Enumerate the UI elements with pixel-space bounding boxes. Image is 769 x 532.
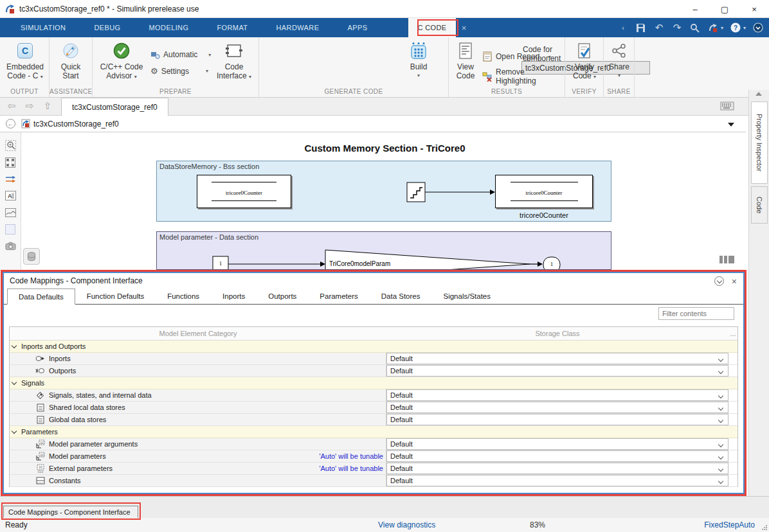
keyboard-icon[interactable]	[720, 102, 734, 111]
table-row-constants[interactable]: Constants Default	[10, 475, 737, 487]
model-canvas[interactable]: Custom Memory Section - TriCore0 DataSto…	[21, 132, 748, 270]
fit-to-view-icon[interactable]	[5, 157, 16, 168]
storage-class-dropdown[interactable]: Default	[386, 463, 728, 474]
collapse-panel-icon[interactable]	[755, 92, 762, 96]
filter-contents-input[interactable]	[658, 307, 734, 320]
breadcrumb-dropdown-icon[interactable]	[728, 123, 734, 127]
tab-function-defaults[interactable]: Function Defaults	[75, 288, 156, 304]
storage-class-dropdown[interactable]: Default	[386, 438, 728, 450]
open-report-dropdown[interactable]: Open Report ▾	[482, 51, 551, 62]
tab-code[interactable]: Code	[751, 186, 768, 224]
data-store-write-block[interactable]: tricore0Counter	[495, 175, 593, 208]
zoom-region-icon[interactable]	[5, 140, 16, 151]
collapse-chevron-icon[interactable]	[12, 429, 17, 434]
storage-class-dropdown[interactable]: Default	[386, 450, 728, 462]
tab-hardware[interactable]: HARDWARE	[262, 18, 333, 37]
group-row-inports-outports[interactable]: Inports and Outports	[10, 341, 737, 353]
model-data-badge-button[interactable]	[23, 248, 40, 265]
table-row-model-parameters[interactable]: 10 Model parameters 'Auto' will be tunab…	[10, 450, 737, 463]
embedded-code-button[interactable]: C Embedded Code - C ▾	[3, 41, 48, 82]
data-store-memory-block[interactable]: tricore0Counter	[197, 175, 291, 208]
tab-close-icon[interactable]: ×	[456, 18, 473, 37]
panel-close-icon[interactable]: ×	[732, 277, 737, 286]
param-section-area[interactable]: Model parameter - Data section 1 TriCore…	[156, 231, 611, 270]
redo-icon[interactable]: ↷	[671, 22, 683, 33]
automatic-dropdown[interactable]: Automatic ▾	[150, 50, 211, 59]
view-diagnostics-link[interactable]: View diagnostics	[378, 520, 435, 529]
tab-simulation[interactable]: SIMULATION	[6, 18, 80, 37]
table-row-global-data-stores[interactable]: Global data stores Default	[10, 414, 737, 426]
breadcrumb[interactable]: tc3xCustomStorage_ref0	[33, 120, 119, 129]
quick-start-button[interactable]: Quick Start	[53, 41, 89, 80]
up-arrow-icon[interactable]: ⇧	[41, 101, 54, 111]
tab-outports[interactable]: Outports	[257, 288, 308, 304]
image-annotation-icon[interactable]	[5, 207, 16, 218]
forward-arrow-icon[interactable]: ⇨	[23, 101, 36, 111]
verify-code-button[interactable]: Verify Code ▾	[569, 41, 600, 82]
help-icon[interactable]: ?	[730, 22, 741, 33]
table-row-external-parameters[interactable]: 10010 External parameters 'Auto' will be…	[10, 463, 737, 475]
code-interface-button[interactable]: Code Interface ▾	[213, 41, 255, 82]
close-button[interactable]: ×	[739, 0, 769, 18]
storage-class-dropdown[interactable]: Default	[386, 365, 728, 377]
signal-routing-icon[interactable]	[5, 173, 16, 184]
bss-section-area[interactable]: DataStoreMemory - Bss section tricore0Co…	[156, 161, 611, 222]
undo-icon[interactable]: ↶	[653, 22, 665, 33]
screenshot-camera-icon[interactable]	[5, 240, 16, 251]
badge-dropdown-icon[interactable]: ▾	[721, 25, 723, 31]
param-section-diagram[interactable]: 1 TriCore0modelParam 1	[157, 232, 611, 270]
table-row-model-parameter-arguments[interactable]: 10 Model parameter arguments Default	[10, 438, 737, 450]
tab-property-inspector[interactable]: Property Inspector	[751, 102, 768, 184]
tab-modeling[interactable]: MODELING	[135, 18, 203, 37]
settings-dropdown[interactable]: ⚙ Settings ▾	[150, 66, 208, 76]
share-button[interactable]: Share ▾	[606, 41, 632, 80]
table-row-outports[interactable]: Outports Default	[10, 365, 737, 377]
area-box-icon[interactable]	[5, 224, 16, 235]
qat-collapse-icon[interactable]: ‹	[617, 22, 629, 33]
minimize-button[interactable]: –	[680, 0, 710, 18]
view-code-button[interactable]: View Code	[451, 41, 480, 80]
step-source-and-wire[interactable]	[406, 181, 498, 204]
hide-explorer-icon[interactable]: ←	[6, 119, 15, 129]
table-row-inports[interactable]: Inports Default	[10, 353, 737, 365]
storage-class-dropdown[interactable]: Default	[386, 389, 728, 401]
collapse-chevron-icon[interactable]	[12, 380, 17, 386]
simulink-badge-icon[interactable]	[707, 22, 719, 33]
code-advisor-button[interactable]: C/C++ Code Advisor ▾	[96, 41, 147, 82]
storage-class-dropdown[interactable]: Default	[386, 414, 728, 425]
panel-menu-icon[interactable]	[714, 276, 724, 286]
collapse-chevron-icon[interactable]	[12, 344, 17, 349]
tab-data-stores[interactable]: Data Stores	[370, 288, 432, 304]
group-row-parameters[interactable]: Parameters	[10, 426, 737, 438]
solver-link[interactable]: FixedStepAuto	[704, 520, 755, 529]
maximize-button[interactable]: ▢	[710, 0, 739, 18]
storage-class-dropdown[interactable]: Default	[386, 353, 728, 364]
minimize-ribbon-icon[interactable]	[752, 22, 764, 33]
layout-panes-icon[interactable]	[719, 256, 734, 263]
table-row-shared-local-data-stores[interactable]: Shared local data stores Default	[10, 402, 737, 414]
search-icon[interactable]	[689, 22, 701, 33]
storage-class-dropdown[interactable]: Default	[386, 475, 728, 486]
tab-inports[interactable]: Inports	[211, 288, 257, 304]
resize-grip[interactable]	[762, 525, 767, 530]
table-row-signals-states[interactable]: Signals, states, and internal data Defau…	[10, 389, 737, 402]
tab-debug[interactable]: DEBUG	[80, 18, 134, 37]
tab-signals-states[interactable]: Signals/States	[432, 288, 503, 304]
save-icon[interactable]	[635, 22, 647, 33]
column-more[interactable]: ...	[728, 330, 737, 337]
tab-format[interactable]: FORMAT	[203, 18, 262, 37]
group-row-signals[interactable]: Signals	[10, 377, 737, 389]
help-dropdown-icon[interactable]: ▾	[743, 25, 746, 31]
tab-data-defaults[interactable]: Data Defaults	[7, 288, 75, 305]
tab-functions[interactable]: Functions	[156, 288, 211, 304]
tab-parameters[interactable]: Parameters	[308, 288, 369, 304]
document-tab[interactable]: tc3xCustomStorage_ref0	[61, 98, 168, 116]
storage-class-dropdown[interactable]: Default	[386, 402, 728, 413]
annotation-icon[interactable]: A	[5, 190, 16, 201]
back-arrow-icon[interactable]: ⇦	[5, 101, 18, 111]
tab-c-code[interactable]: C CODE	[408, 18, 455, 37]
remove-highlighting-button[interactable]: Remove Highlighting	[482, 67, 565, 85]
code-mappings-dock-tab[interactable]: Code Mappings - Component Interface	[3, 506, 138, 519]
build-button[interactable]: Build ▾	[402, 41, 435, 80]
tab-apps[interactable]: APPS	[333, 18, 381, 37]
